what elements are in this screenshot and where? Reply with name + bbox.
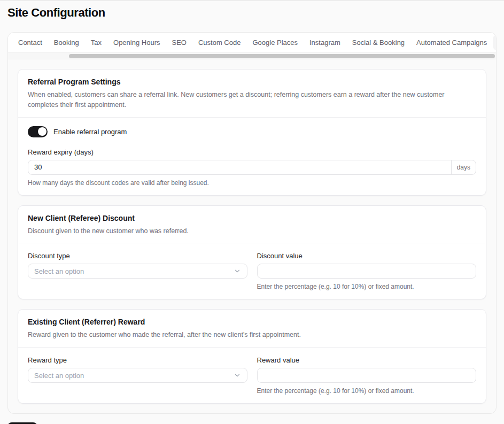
enable-referral-toggle[interactable] — [28, 126, 48, 137]
section-description: When enabled, customers can share a refe… — [28, 90, 465, 110]
days-suffix: days — [451, 160, 476, 174]
discount-type-label: Discount type — [28, 252, 247, 260]
section-description: Reward given to the customer who made th… — [28, 330, 476, 340]
tab-booking[interactable]: Booking — [48, 35, 85, 50]
page-header: Site Configuration — [0, 1, 504, 20]
discount-value-input[interactable] — [257, 264, 477, 279]
panel-body: Referral Program Settings When enabled, … — [8, 59, 496, 413]
reward-value-help: Enter the percentage (e.g. 10 for 10%) o… — [257, 387, 477, 395]
toggle-knob — [38, 127, 46, 136]
tab-instagram[interactable]: Instagram — [304, 35, 346, 50]
configuration-panel: Contact Booking Tax Opening Hours SEO Cu… — [7, 32, 497, 414]
section-description: Discount given to the new customer who w… — [28, 226, 476, 236]
tab-referral-program[interactable]: Referral Program — [493, 35, 497, 50]
tab-contact[interactable]: Contact — [12, 35, 48, 50]
discount-type-select[interactable]: Select an option — [28, 264, 247, 279]
chevron-down-icon — [234, 267, 241, 275]
referrer-reward-header: Existing Client (Referrer) Reward Reward… — [18, 310, 486, 348]
toggle-label: Enable referral program — [53, 128, 127, 136]
referral-settings-content: Enable referral program Reward expiry (d… — [18, 118, 486, 195]
reward-type-label: Reward type — [28, 356, 247, 364]
reward-type-select[interactable]: Select an option — [28, 368, 247, 383]
reward-value-field: Reward value Enter the percentage (e.g. … — [257, 356, 477, 395]
tab-custom-code[interactable]: Custom Code — [192, 35, 246, 50]
discount-value-field: Discount value Enter the percentage (e.g… — [257, 252, 477, 290]
tab-seo[interactable]: SEO — [166, 35, 192, 50]
referral-settings-header: Referral Program Settings When enabled, … — [18, 70, 486, 118]
referee-discount-card: New Client (Referee) Discount Discount g… — [18, 205, 486, 300]
reward-type-field: Reward type Select an option — [28, 356, 247, 395]
discount-type-field: Discount type Select an option — [28, 252, 247, 290]
tab-automated-campaigns[interactable]: Automated Campaigns — [410, 35, 493, 50]
reward-expiry-input[interactable] — [28, 160, 451, 174]
referrer-reward-content: Reward type Select an option Reward valu… — [18, 348, 486, 403]
discount-value-help: Enter the percentage (e.g. 10 for 10%) o… — [257, 283, 477, 290]
scrollbar-thumb[interactable] — [69, 54, 495, 58]
section-title: Existing Client (Referrer) Reward — [28, 318, 476, 326]
tabbar-horizontal-scrollbar[interactable] — [8, 53, 496, 59]
discount-value-label: Discount value — [257, 252, 477, 260]
reward-expiry-label: Reward expiry (days) — [28, 148, 476, 156]
reward-value-input[interactable] — [257, 368, 477, 383]
tab-bar: Contact Booking Tax Opening Hours SEO Cu… — [8, 33, 496, 53]
referral-settings-card: Referral Program Settings When enabled, … — [18, 69, 486, 196]
tab-google-places[interactable]: Google Places — [246, 35, 304, 50]
select-placeholder: Select an option — [34, 267, 84, 275]
tab-tax[interactable]: Tax — [85, 35, 107, 50]
reward-expiry-input-group: days — [28, 160, 476, 175]
chevron-down-icon — [234, 372, 241, 379]
referee-discount-header: New Client (Referee) Discount Discount g… — [18, 206, 486, 244]
section-title: New Client (Referee) Discount — [28, 214, 476, 222]
reward-expiry-help: How many days the discount codes are val… — [28, 179, 476, 187]
reward-value-label: Reward value — [257, 356, 477, 364]
tab-social-booking[interactable]: Social & Booking — [346, 35, 410, 50]
section-title: Referral Program Settings — [28, 78, 476, 86]
select-placeholder: Select an option — [34, 372, 84, 380]
referee-discount-content: Discount type Select an option Discount … — [18, 243, 486, 299]
referrer-reward-card: Existing Client (Referrer) Reward Reward… — [18, 309, 486, 404]
enable-referral-toggle-row: Enable referral program — [28, 126, 476, 137]
tab-opening-hours[interactable]: Opening Hours — [107, 35, 166, 50]
page-title: Site Configuration — [7, 6, 497, 20]
